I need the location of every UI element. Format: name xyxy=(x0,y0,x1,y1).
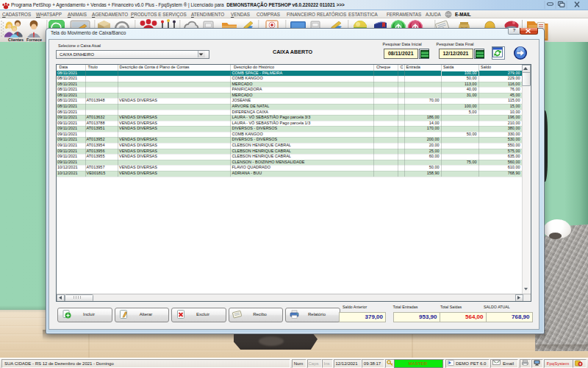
svg-text:Fornece: Fornece xyxy=(26,38,42,42)
svg-text:Clientes: Clientes xyxy=(8,38,24,42)
